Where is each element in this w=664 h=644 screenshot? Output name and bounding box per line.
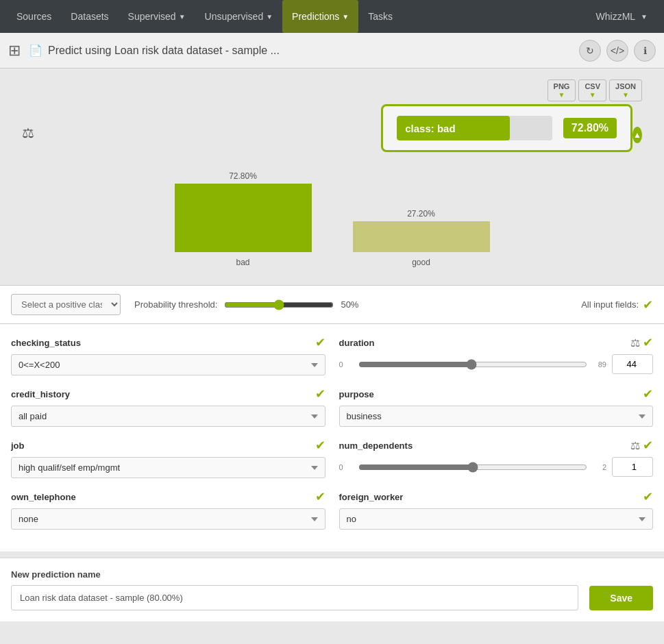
job-check-icon[interactable]: ✔ bbox=[315, 438, 325, 453]
unsupervised-arrow-icon: ▼ bbox=[266, 13, 273, 21]
foreign-worker-check-icon[interactable]: ✔ bbox=[643, 489, 653, 504]
fields-row-4: own_telephone ✔ none yes foreign_worker … bbox=[11, 489, 653, 530]
foreign-worker-header: foreign_worker ✔ bbox=[339, 489, 654, 504]
probability-threshold-container: Probability threshold: 50% bbox=[134, 299, 358, 310]
collapse-button[interactable]: ▲ bbox=[632, 127, 642, 143]
png-download-icon: ▼ bbox=[558, 91, 565, 99]
nav-predictions[interactable]: Predictions ▼ bbox=[282, 0, 358, 33]
nav-tasks[interactable]: Tasks bbox=[358, 0, 402, 33]
duration-min: 0 bbox=[339, 360, 353, 369]
save-button[interactable]: Save bbox=[589, 586, 653, 610]
num-dependents-label: num_dependents bbox=[339, 441, 413, 451]
export-png-button[interactable]: PNG ▼ bbox=[548, 79, 576, 101]
num-dependents-slider[interactable] bbox=[358, 462, 588, 473]
probability-threshold-label: Probability threshold: bbox=[134, 299, 217, 310]
num-dependents-input[interactable] bbox=[612, 457, 653, 477]
nav-datasets[interactable]: Datasets bbox=[61, 0, 118, 33]
bar-good: 27.20% good bbox=[353, 209, 490, 267]
prediction-percentage-badge: 72.80% bbox=[563, 118, 617, 138]
balance-icon: ⚖ bbox=[22, 125, 34, 141]
credit-history-select[interactable]: all paid existing paid critical/other de… bbox=[11, 406, 325, 427]
code-icon[interactable]: </> bbox=[606, 40, 628, 62]
fields-row-2: credit_history ✔ all paid existing paid … bbox=[11, 386, 653, 427]
nav-sources[interactable]: Sources bbox=[7, 0, 61, 33]
positive-class-container: Select a positive class bad good bbox=[11, 294, 121, 315]
duration-group: duration ⚖ ✔ 0 89 bbox=[339, 335, 654, 375]
job-label: job bbox=[11, 441, 25, 451]
own-telephone-label: own_telephone bbox=[11, 492, 76, 502]
duration-scale-icon[interactable]: ⚖ bbox=[630, 336, 640, 349]
header-bar: ⊞ 📄 Predict using Loan risk data dataset… bbox=[0, 33, 664, 69]
job-group: job ✔ high qualif/self emp/mgmt skilled … bbox=[11, 438, 325, 478]
credit-history-header: credit_history ✔ bbox=[11, 386, 325, 401]
fields-section: checking_status ✔ 0<=X<200 no checking <… bbox=[0, 324, 664, 552]
header-actions: ↻ </> ℹ bbox=[579, 40, 656, 62]
checking-status-label: checking_status bbox=[11, 338, 81, 348]
own-telephone-header: own_telephone ✔ bbox=[11, 489, 325, 504]
num-dependents-min: 0 bbox=[339, 463, 353, 471]
own-telephone-select[interactable]: none yes bbox=[11, 508, 325, 530]
duration-slider[interactable] bbox=[358, 359, 588, 370]
num-dependents-check-icon[interactable]: ✔ bbox=[643, 438, 653, 453]
grid-icon[interactable]: ⊞ bbox=[8, 42, 21, 60]
duration-input[interactable] bbox=[612, 354, 653, 374]
bar-bad: 72.80% bad bbox=[175, 171, 312, 267]
checking-status-select[interactable]: 0<=X<200 no checking <0 >=200 bbox=[11, 354, 325, 375]
duration-max: 89 bbox=[593, 360, 606, 369]
whizzml-arrow-icon: ▼ bbox=[641, 13, 648, 21]
purpose-header: purpose ✔ bbox=[339, 386, 654, 401]
prediction-bar-fill: class: bad bbox=[397, 116, 510, 140]
all-input-fields-check-icon[interactable]: ✔ bbox=[643, 297, 653, 312]
num-dependents-max: 2 bbox=[593, 463, 606, 471]
bar-good-rect bbox=[353, 221, 490, 252]
num-dependents-group: num_dependents ⚖ ✔ 0 2 bbox=[339, 438, 654, 478]
own-telephone-group: own_telephone ✔ none yes bbox=[11, 489, 325, 530]
probability-threshold-slider[interactable] bbox=[224, 299, 334, 310]
refresh-icon[interactable]: ↻ bbox=[579, 40, 601, 62]
job-select[interactable]: high qualif/self emp/mgmt skilled unskil… bbox=[11, 457, 325, 478]
foreign-worker-select[interactable]: no yes bbox=[339, 508, 654, 530]
controls-section: Select a positive class bad good Probabi… bbox=[0, 285, 664, 324]
bar-bad-label: bad bbox=[236, 258, 249, 267]
nav-unsupervised[interactable]: Unsupervised ▼ bbox=[195, 0, 283, 33]
predictions-arrow-icon: ▼ bbox=[342, 13, 349, 21]
json-download-icon: ▼ bbox=[622, 91, 629, 99]
bar-bad-rect bbox=[175, 184, 312, 252]
top-navigation: Sources Datasets Supervised ▼ Unsupervis… bbox=[0, 0, 664, 33]
probability-threshold-value: 50% bbox=[341, 299, 358, 310]
credit-history-check-icon[interactable]: ✔ bbox=[315, 386, 325, 401]
nav-supervised[interactable]: Supervised ▼ bbox=[119, 0, 195, 33]
job-header: job ✔ bbox=[11, 438, 325, 453]
bottom-row: Save bbox=[11, 585, 653, 610]
duration-label: duration bbox=[339, 338, 375, 348]
bar-good-label: good bbox=[412, 258, 430, 267]
export-json-button[interactable]: JSON ▼ bbox=[609, 79, 642, 101]
purpose-select[interactable]: business new car furniture/equipment edu… bbox=[339, 406, 654, 427]
credit-history-label: credit_history bbox=[11, 389, 70, 399]
bar-bad-value: 72.80% bbox=[229, 171, 257, 181]
checking-status-check-icon[interactable]: ✔ bbox=[315, 335, 325, 350]
whizzml-menu[interactable]: WhizzML ▼ bbox=[587, 11, 657, 22]
info-icon[interactable]: ℹ bbox=[634, 40, 656, 62]
purpose-label: purpose bbox=[339, 389, 374, 399]
all-input-fields-container: All input fields: ✔ bbox=[581, 297, 653, 312]
foreign-worker-group: foreign_worker ✔ no yes bbox=[339, 489, 654, 530]
fields-row-1: checking_status ✔ 0<=X<200 no checking <… bbox=[11, 335, 653, 375]
duration-check-icon[interactable]: ✔ bbox=[643, 335, 653, 350]
purpose-group: purpose ✔ business new car furniture/equ… bbox=[339, 386, 654, 427]
result-header: ⚖ bbox=[22, 125, 381, 141]
purpose-check-icon[interactable]: ✔ bbox=[643, 386, 653, 401]
page-title: Predict using Loan risk data dataset - s… bbox=[48, 45, 579, 57]
num-dependents-header: num_dependents ⚖ ✔ bbox=[339, 438, 654, 453]
positive-class-select[interactable]: Select a positive class bad good bbox=[11, 294, 121, 315]
own-telephone-check-icon[interactable]: ✔ bbox=[315, 489, 325, 504]
document-icon: 📄 bbox=[29, 44, 42, 57]
new-prediction-label: New prediction name bbox=[11, 569, 653, 580]
export-csv-button[interactable]: CSV ▼ bbox=[578, 79, 606, 101]
csv-download-icon: ▼ bbox=[589, 91, 596, 99]
prediction-label: class: bad bbox=[405, 123, 455, 134]
duration-slider-container: 0 89 bbox=[339, 354, 654, 374]
prediction-name-input[interactable] bbox=[11, 585, 578, 610]
prediction-bar-container: class: bad bbox=[397, 116, 552, 140]
num-dependents-scale-icon[interactable]: ⚖ bbox=[630, 439, 640, 452]
